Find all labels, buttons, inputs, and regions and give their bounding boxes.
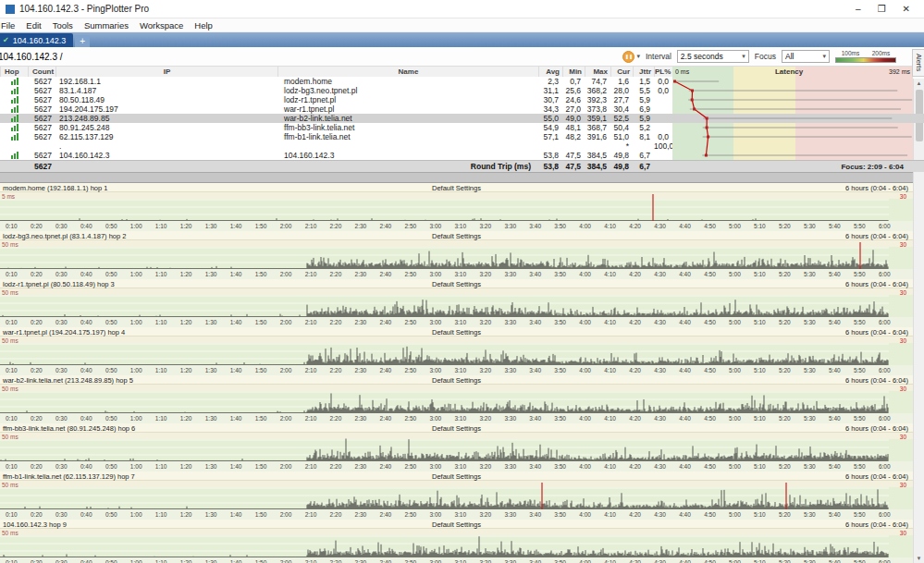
hop-max: 368,7 (585, 123, 610, 132)
new-tab-button[interactable]: + (75, 35, 90, 47)
panel-settings-link[interactable]: Default Settings (0, 520, 913, 529)
latency-timeline[interactable]: 50 ms30 (0, 433, 913, 461)
col-cur[interactable]: Cur (610, 67, 633, 77)
splitter[interactable] (0, 172, 924, 183)
latency-timeline[interactable]: 50 ms30 (0, 337, 913, 365)
interval-select[interactable]: 2.5 seconds ▾ (677, 50, 749, 63)
hop-row[interactable]: 5627192.168.1.1modem.home2,30,774,71,61,… (0, 77, 924, 86)
menu-help[interactable]: Help (189, 20, 218, 31)
timeline-panel[interactable]: 104.160.142.3 hop 9Default Settings6 hou… (0, 520, 913, 563)
timeline-panel[interactable]: ffm-b1-link.telia.net (62.115.137.129) h… (0, 471, 913, 520)
timeline-panel[interactable]: war-r1.tpnet.pl (194.204.175.197) hop 4D… (0, 327, 913, 375)
col-hop[interactable]: Hop (0, 67, 28, 77)
time-tick: 4:30 (654, 367, 666, 373)
col-name[interactable]: Name (277, 67, 538, 77)
menu-workspace[interactable]: Workspace (134, 20, 189, 31)
hop-max: 373,8 (585, 104, 610, 114)
hop-graph-icon (11, 105, 19, 113)
focus-label: Focus (755, 52, 776, 61)
col-max[interactable]: Max (585, 67, 610, 77)
panel-settings-link[interactable]: Default Settings (0, 232, 913, 240)
panel-settings-link[interactable]: Default Settings (0, 376, 913, 385)
col-avg[interactable]: Avg (538, 67, 562, 77)
col-latency[interactable]: 0 ms Latency 392 ms (672, 67, 913, 77)
latency-timeline[interactable]: 50 ms30 (0, 385, 913, 413)
latency-timeline[interactable]: 5 ms30 (0, 192, 913, 221)
time-tick: 3:30 (504, 319, 516, 325)
minimize-button[interactable]: – (847, 4, 869, 14)
hop-row[interactable]: .*100,0 (0, 141, 924, 151)
latency-timeline[interactable]: 50 ms30 (0, 529, 913, 557)
timeline-panel[interactable]: ffm-bb3-link.telia.net (80.91.245.248) h… (0, 423, 913, 471)
latency-timeline[interactable]: 50 ms30 (0, 288, 913, 317)
hop-min: 25,6 (562, 86, 585, 95)
panel-settings-link[interactable]: Default Settings (0, 472, 913, 481)
close-button[interactable]: ✕ (894, 4, 918, 14)
time-tick: 2:20 (330, 271, 342, 277)
tab-target[interactable]: ✔ 104.160.142.3 (0, 33, 73, 47)
hop-row[interactable]: 562780.91.245.248ffm-bb3-link.telia.net5… (0, 123, 924, 132)
time-tick: 0:30 (55, 271, 68, 277)
time-tick: 0:40 (80, 463, 92, 470)
hop-row[interactable]: 5627213.248.89.85war-b2-link.telia.net55… (0, 114, 924, 123)
hop-cur: 1,6 (610, 77, 633, 86)
time-tick: 2:20 (330, 223, 342, 229)
hop-row[interactable]: 5627194.204.175.197war-r1.tpnet.pl34,327… (0, 104, 924, 114)
timeline-panel[interactable]: war-b2-link.telia.net (213.248.89.85) ho… (0, 375, 913, 423)
time-tick: 5:50 (854, 511, 866, 518)
time-tick: 0:20 (31, 223, 43, 229)
time-tick: 2:10 (305, 319, 317, 325)
time-tick: 2:10 (305, 511, 317, 518)
timeline-panel[interactable]: lodz-bg3.neo.tpnet.pl (83.1.4.187) hop 2… (0, 231, 913, 279)
time-tick: 1:40 (230, 223, 242, 229)
col-min[interactable]: Min (562, 67, 585, 77)
col-ip[interactable]: IP (55, 67, 277, 77)
time-tick: 2:30 (355, 415, 367, 422)
hop-min: 48,2 (562, 132, 585, 141)
time-tick: 1:20 (180, 271, 192, 277)
hop-row[interactable]: 5627104.160.142.3104.160.142.353,847,538… (0, 151, 924, 160)
time-tick: 4:30 (654, 463, 666, 470)
timeline-panel[interactable]: modem.home (192.168.1.1) hop 1Default Se… (0, 183, 913, 231)
col-jttr[interactable]: Jttr (633, 67, 654, 77)
time-tick: 6:00 (879, 559, 891, 563)
time-tick: 1:10 (155, 319, 167, 325)
focus-select[interactable]: All ▾ (782, 50, 830, 63)
timeline-plot (0, 337, 889, 365)
maximize-button[interactable]: ❐ (869, 4, 894, 14)
time-tick: 1:40 (230, 463, 242, 470)
hop-row[interactable]: 562780.50.118.49lodz-r1.tpnet.pl30,724,6… (0, 95, 924, 104)
time-tick: 4:00 (579, 271, 591, 277)
time-tick: 5:40 (829, 271, 841, 277)
pause-button[interactable]: ❚❚ ▾ (622, 51, 640, 63)
hop-jttr: 6,7 (633, 151, 654, 160)
latency-timeline[interactable]: 50 ms30 (0, 240, 913, 269)
y-axis-label: 50 ms (2, 386, 18, 392)
menu-summaries[interactable]: Summaries (79, 20, 134, 31)
hop-graph-icon (11, 133, 19, 141)
menu-file[interactable]: File (0, 20, 20, 31)
hop-row[interactable]: 562762.115.137.129ffm-b1-link.telia.net5… (0, 132, 924, 141)
latency-timeline[interactable]: 50 ms30 (0, 481, 913, 509)
menu-edit[interactable]: Edit (20, 20, 46, 31)
menu-tools[interactable]: Tools (47, 20, 79, 31)
panel-settings-link[interactable]: Default Settings (0, 328, 913, 337)
time-tick: 3:10 (454, 367, 466, 373)
hop-row[interactable]: 562783.1.4.187lodz-bg3.neo.tpnet.pl31,12… (0, 86, 924, 95)
col-count[interactable]: Count (28, 67, 55, 77)
time-tick: 3:10 (454, 271, 466, 277)
scroll-down-icon[interactable]: ▼ (917, 554, 922, 563)
panel-settings-link[interactable]: Default Settings (0, 280, 913, 288)
time-tick: 4:10 (604, 463, 616, 470)
time-tick: 2:30 (355, 511, 367, 518)
timeline-panel[interactable]: lodz-r1.tpnet.pl (80.50.118.49) hop 3Def… (0, 279, 913, 327)
time-tick: 0:10 (6, 367, 18, 373)
panel-settings-link[interactable]: Default Settings (0, 184, 913, 192)
time-tick: 4:50 (704, 463, 716, 470)
time-tick: 5:00 (729, 415, 741, 422)
panel-settings-link[interactable]: Default Settings (0, 424, 913, 433)
col-pl[interactable]: PL% (654, 67, 672, 77)
time-tick: 0:30 (55, 367, 68, 373)
time-tick: 1:50 (255, 559, 267, 563)
time-tick: 5:50 (854, 463, 866, 470)
